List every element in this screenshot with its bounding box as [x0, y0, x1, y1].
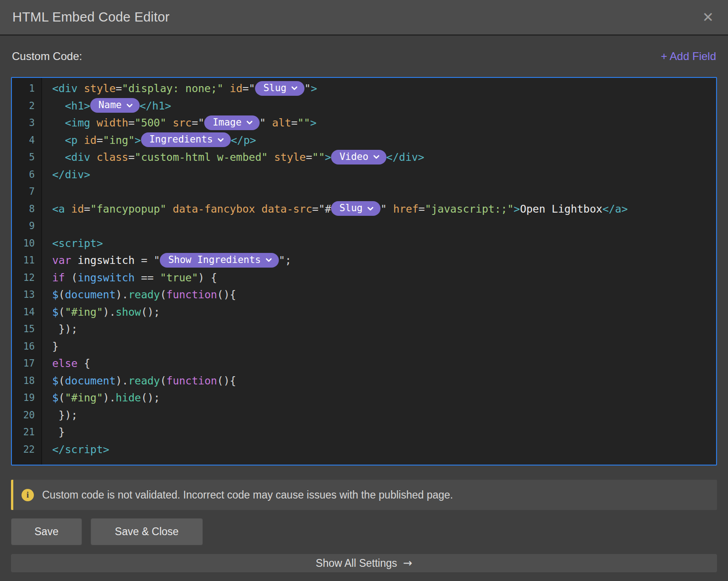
code-line[interactable]: 10<script> [12, 235, 716, 252]
line-number: 4 [12, 132, 41, 149]
code-line[interactable]: 17else { [12, 355, 716, 373]
code-line-content[interactable]: <h1>Name</h1> [41, 98, 171, 115]
code-token: " [304, 82, 311, 94]
code-line[interactable]: 4 <p id="ing">Ingredients</p> [12, 132, 716, 149]
code-line[interactable]: 8<a id="fancypopup" data-fancybox data-s… [12, 201, 716, 218]
code-line-content[interactable]: $(document).ready(function(){ [41, 286, 236, 304]
code-line[interactable]: 11var ingswitch = "Show Ingredients"; [12, 252, 716, 269]
code-token: "" [298, 117, 310, 129]
code-line-content[interactable]: } [41, 338, 59, 356]
line-number: 21 [12, 424, 41, 441]
line-number: 11 [12, 252, 41, 269]
code-token: </div> [386, 151, 424, 163]
code-line[interactable]: 9 [12, 218, 716, 235]
code-line[interactable]: 18$(document).ready(function(){ [12, 373, 716, 390]
code-token: (){ [217, 375, 236, 387]
line-number: 20 [12, 407, 41, 424]
code-line-content[interactable] [41, 218, 52, 235]
code-token: if [52, 272, 65, 284]
field-dropdown-label: Slug [339, 200, 363, 217]
code-token: $ [52, 289, 59, 301]
code-line[interactable]: 16} [12, 338, 716, 356]
code-token: > [311, 82, 317, 94]
code-line[interactable]: 22</script> [12, 441, 716, 459]
warning-text: Custom code is not validated. Incorrect … [42, 489, 453, 501]
code-line-content[interactable]: <a id="fancypopup" data-fancybox data-sr… [41, 201, 628, 218]
field-dropdown[interactable]: Slug [331, 201, 380, 216]
code-line-content[interactable]: $("#ing").hide(); [41, 389, 160, 407]
code-token: ( [59, 289, 65, 301]
line-number: 15 [12, 321, 41, 338]
code-token [90, 117, 97, 129]
field-dropdown[interactable]: Ingredients [141, 132, 231, 147]
line-number: 9 [12, 218, 41, 235]
code-line-content[interactable]: <script> [41, 235, 103, 252]
code-line[interactable]: 15 }); [12, 321, 716, 338]
dialog-header: HTML Embed Code Editor ✕ [0, 0, 728, 36]
code-line-content[interactable]: var ingswitch = "Show Ingredients"; [41, 252, 291, 269]
code-line[interactable]: 6</div> [12, 166, 716, 184]
field-dropdown[interactable]: Name [90, 98, 140, 113]
code-token: Open Lightbox [520, 203, 603, 215]
code-line-content[interactable]: $(document).ready(function(){ [41, 373, 236, 390]
save-button[interactable]: Save [11, 518, 82, 545]
code-line-content[interactable]: } [41, 424, 65, 441]
code-token: > [325, 151, 331, 163]
code-token: "#ing" [65, 392, 103, 404]
close-button[interactable]: ✕ [701, 9, 716, 26]
code-line-content[interactable]: <img width="500" src="Image" alt=""> [41, 115, 316, 132]
code-token [52, 134, 65, 146]
add-field-button[interactable]: + Add Field [661, 50, 716, 63]
code-token: id [230, 82, 243, 94]
code-line-content[interactable]: else { [41, 355, 90, 373]
code-line-content[interactable] [41, 183, 52, 201]
code-token: <div [52, 82, 77, 94]
code-token: ( [59, 375, 65, 387]
code-line-content[interactable]: }); [41, 407, 77, 424]
field-dropdown[interactable]: Video [331, 150, 386, 164]
code-line[interactable]: 14$("#ing").show(); [12, 304, 716, 321]
code-token: <script> [52, 237, 103, 249]
code-token: "fancypopup" [90, 203, 166, 215]
show-all-settings-button[interactable]: Show All Settings → [11, 554, 717, 572]
code-line-content[interactable]: $("#ing").show(); [41, 304, 160, 321]
code-line-content[interactable]: <p id="ing">Ingredients</p> [41, 132, 256, 149]
code-line-content[interactable]: }); [41, 321, 77, 338]
code-editor[interactable]: 1<div style="display: none;" id="Slug">2… [11, 77, 717, 466]
code-line-content[interactable]: if (ingswitch == "true") { [41, 269, 217, 287]
field-dropdown-label: Slug [263, 80, 287, 97]
code-token [255, 203, 261, 215]
code-token: ). [103, 392, 116, 404]
code-line[interactable]: 20 }); [12, 407, 716, 424]
code-token: } [52, 426, 65, 438]
code-line[interactable]: 1<div style="display: none;" id="Slug"> [12, 80, 716, 98]
field-dropdown[interactable]: Slug [255, 81, 304, 96]
code-line-content[interactable]: <div style="display: none;" id="Slug"> [41, 80, 317, 98]
field-dropdown[interactable]: Show Ingredients [160, 253, 278, 268]
code-token [65, 203, 71, 215]
code-line[interactable]: 5 <div class="custom-html w-embed" style… [12, 149, 716, 166]
code-token: } [52, 340, 59, 352]
show-all-settings-label: Show All Settings [316, 557, 397, 570]
code-line[interactable]: 19$("#ing").hide(); [12, 389, 716, 407]
save-close-button[interactable]: Save & Close [91, 518, 203, 545]
code-line[interactable]: 12if (ingswitch == "true") { [12, 269, 716, 287]
code-line[interactable]: 21 } [12, 424, 716, 441]
code-line[interactable]: 2 <h1>Name</h1> [12, 98, 716, 115]
arrow-right-icon: → [403, 557, 412, 570]
field-dropdown-label: Show Ingredients [168, 252, 261, 269]
code-line-content[interactable]: </script> [41, 441, 109, 459]
code-token: = [418, 203, 425, 215]
line-number: 6 [12, 166, 41, 184]
code-line[interactable]: 7 [12, 183, 716, 201]
field-dropdown-label: Image [212, 114, 241, 132]
field-dropdown[interactable]: Image [204, 115, 259, 130]
code-line[interactable]: 13$(document).ready(function(){ [12, 286, 716, 304]
code-line-content[interactable]: <div class="custom-html w-embed" style="… [41, 149, 424, 166]
code-line-content[interactable]: </div> [41, 166, 90, 184]
line-number: 5 [12, 149, 41, 166]
code-token: </a> [603, 203, 628, 215]
code-token: (); [141, 392, 160, 404]
code-line[interactable]: 3 <img width="500" src="Image" alt=""> [12, 115, 716, 132]
close-icon: ✕ [702, 9, 714, 25]
